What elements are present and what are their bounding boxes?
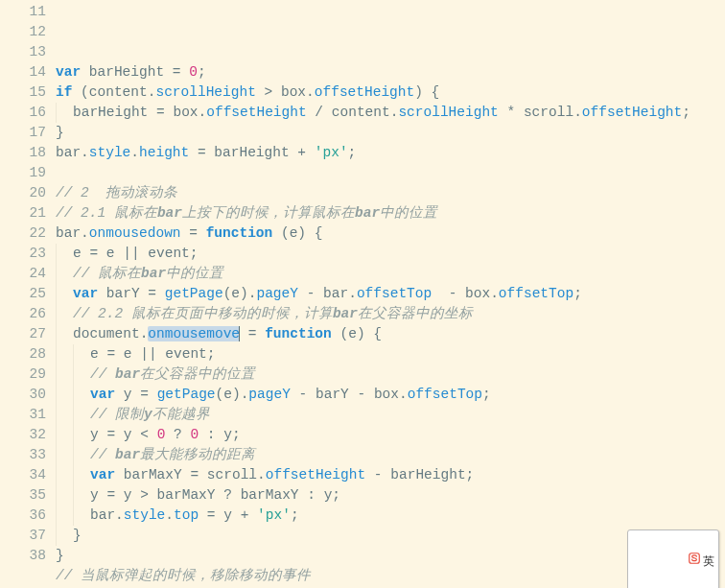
code-line[interactable]: document.onmousemove = function (e) { (56, 324, 725, 344)
indent-guide (56, 445, 57, 465)
token-br: (e) { (339, 326, 382, 341)
sogou-icon (632, 531, 703, 588)
indent-guide (73, 445, 74, 465)
token-cm: // 2.2 鼠标在页面中移动的时候，计算 (73, 306, 333, 321)
token-cm: 中的位置 (166, 266, 223, 281)
token-id: = e || event; (82, 246, 199, 261)
code-line[interactable]: // 鼠标在bar中的位置 (56, 264, 725, 284)
token-prop: style (89, 145, 131, 160)
line-number: 29 (0, 365, 46, 385)
token-prop: style (124, 507, 166, 523)
ime-badge[interactable]: 英 (627, 529, 719, 588)
indent-guide (73, 506, 74, 526)
token-num: 0 (190, 427, 199, 442)
code-line[interactable]: // 2.2 鼠标在页面中移动的时候，计算bar在父容器中的坐标 (56, 304, 725, 324)
code-line[interactable]: var y = getPage(e).pageY - barY - box.of… (56, 385, 725, 405)
code-area[interactable]: 英 var barHeight = 0;if (content.scrollHe… (56, 0, 725, 588)
token-id: > box. (256, 84, 315, 100)
code-line[interactable]: var barY = getPage(e).pageY - bar.offset… (56, 284, 725, 304)
token-id: - box. (432, 286, 499, 301)
code-line[interactable]: // 2.1 鼠标在bar上按下的时候，计算鼠标在bar中的位置 (56, 203, 725, 223)
indent-guide (56, 425, 57, 445)
token-op: ; (682, 105, 690, 120)
token-cm: // 限制 (90, 407, 144, 422)
token-cmb: bar (115, 447, 140, 462)
code-line[interactable]: } (56, 526, 725, 546)
token-cm: // 鼠标在 (73, 266, 141, 281)
token-kw: if (56, 84, 81, 100)
indent-guide (73, 405, 74, 425)
code-line[interactable]: } (56, 546, 725, 566)
indent-guide (56, 244, 57, 264)
token-kw: var (56, 64, 89, 80)
token-id: barHeight (73, 105, 148, 120)
code-line[interactable]: bar.style.top = y + 'px'; (56, 506, 725, 526)
token-kw: function (265, 326, 339, 341)
token-id: document (73, 326, 140, 341)
token-br: } (56, 125, 64, 140)
code-line[interactable] (56, 163, 725, 183)
token-id: (content. (81, 84, 155, 100)
ime-badge-text: 英 (703, 553, 714, 573)
token-id: / content. (307, 105, 399, 120)
token-prop: scrollHeight (155, 84, 255, 100)
code-line[interactable]: y = y > barMaxY ? barMaxY : y; (56, 485, 725, 506)
token-fn: onmousemove (148, 326, 240, 341)
code-editor[interactable]: 1112131415161718192021222324252627282930… (0, 0, 725, 588)
token-id: bar. (56, 225, 89, 241)
line-number: 38 (0, 546, 46, 566)
code-line[interactable]: var barMaxY = scroll.offsetHeight - barH… (56, 465, 725, 485)
code-line[interactable]: barHeight = box.offsetHeight / content.s… (56, 103, 725, 123)
token-op: ; (482, 387, 491, 402)
line-number: 15 (0, 82, 46, 103)
token-prop: offsetTop (408, 387, 482, 402)
token-cm: 在父容器中的坐标 (358, 306, 473, 321)
code-line[interactable]: // bar最大能移动的距离 (56, 445, 725, 465)
token-cmb: bar (333, 306, 358, 321)
code-line[interactable]: var barHeight = 0; (56, 62, 725, 82)
token-op: = (140, 286, 165, 301)
line-number: 33 (0, 445, 46, 465)
token-prop: offsetTop (357, 286, 432, 301)
token-prop: top (174, 507, 199, 523)
token-op: ; (291, 507, 299, 523)
indent-guide (56, 405, 57, 425)
indent-guide (56, 465, 57, 485)
token-id: - bar. (298, 286, 357, 301)
code-line[interactable]: bar.onmousedown = function (e) { (56, 223, 725, 244)
token-cm: 最大能移动的距离 (140, 447, 255, 462)
code-line[interactable]: e = e || event; (56, 244, 725, 264)
indent-guide (73, 425, 74, 445)
line-number: 34 (0, 465, 46, 485)
token-id: barHeight (89, 64, 164, 80)
token-cm: 在父容器中的位置 (140, 366, 255, 382)
indent-guide (56, 526, 57, 546)
token-kw: var (90, 387, 124, 402)
code-line[interactable]: // 2 拖动滚动条 (56, 183, 725, 203)
token-num: 0 (189, 64, 198, 80)
code-line[interactable]: y = y < 0 ? 0 : y; (56, 425, 725, 445)
line-number: 31 (0, 405, 46, 425)
code-line[interactable]: // bar在父容器中的位置 (56, 365, 725, 385)
code-line[interactable]: // 当鼠标弹起的时候，移除移动的事件 (56, 566, 725, 586)
code-line[interactable]: bar.style.height = barHeight + 'px'; (56, 143, 725, 163)
token-kw: function (206, 225, 281, 241)
token-cm: // 当鼠标弹起的时候，移除移动的事件 (56, 568, 311, 583)
token-id: - barHeight; (365, 467, 474, 482)
indent-guide (56, 485, 57, 506)
token-prop: offsetHeight (315, 84, 414, 100)
token-prop: offsetHeight (266, 467, 365, 482)
token-prop: scrollHeight (398, 105, 498, 120)
token-cm: // 2.1 鼠标在 (56, 205, 157, 221)
line-number: 20 (0, 183, 46, 203)
token-prop: pageY (248, 387, 291, 402)
code-line[interactable]: if (content.scrollHeight > box.offsetHei… (56, 82, 725, 103)
token-id: bar. (56, 145, 89, 160)
token-cmb: bar (141, 266, 166, 281)
code-line[interactable]: } (56, 123, 725, 143)
token-id: (e). (216, 387, 249, 402)
code-line[interactable]: // 限制y不能越界 (56, 405, 725, 425)
line-number: 22 (0, 223, 46, 244)
code-line[interactable]: e = e || event; (56, 344, 725, 365)
token-id: . (130, 145, 139, 160)
